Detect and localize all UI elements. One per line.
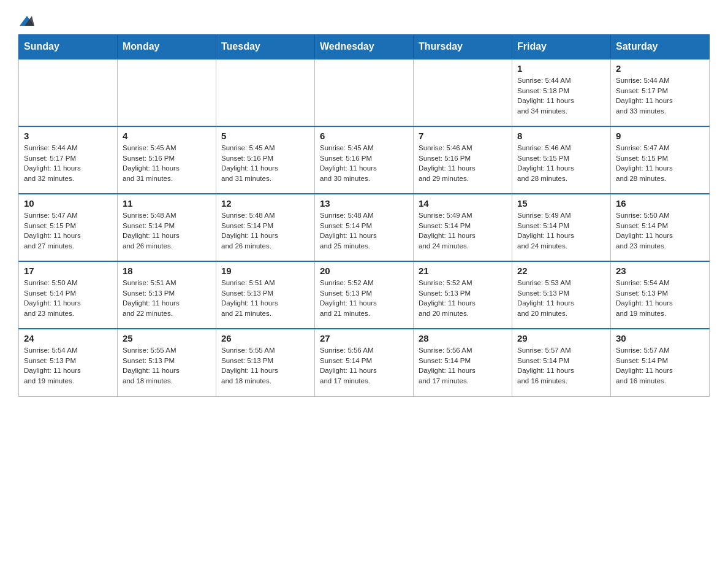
day-info: Sunrise: 5:47 AM Sunset: 5:15 PM Dayligh…	[24, 210, 112, 251]
day-number: 7	[419, 131, 507, 141]
day-number: 14	[419, 198, 507, 209]
calendar-day-cell: 23Sunrise: 5:54 AM Sunset: 5:13 PM Dayli…	[611, 261, 710, 329]
calendar-day-cell: 18Sunrise: 5:51 AM Sunset: 5:13 PM Dayli…	[118, 261, 216, 329]
day-number: 10	[24, 198, 112, 209]
day-number: 21	[419, 266, 507, 276]
day-of-week-header: Wednesday	[315, 35, 414, 59]
calendar-day-cell: 11Sunrise: 5:48 AM Sunset: 5:14 PM Dayli…	[118, 194, 216, 261]
day-info: Sunrise: 5:54 AM Sunset: 5:13 PM Dayligh…	[24, 345, 112, 386]
day-info: Sunrise: 5:44 AM Sunset: 5:17 PM Dayligh…	[24, 143, 112, 184]
day-number: 20	[320, 266, 408, 276]
calendar-day-cell: 1Sunrise: 5:44 AM Sunset: 5:18 PM Daylig…	[512, 59, 611, 126]
day-number: 16	[616, 198, 704, 209]
calendar-day-cell: 2Sunrise: 5:44 AM Sunset: 5:17 PM Daylig…	[611, 59, 710, 126]
calendar-day-cell: 17Sunrise: 5:50 AM Sunset: 5:14 PM Dayli…	[19, 261, 118, 329]
day-info: Sunrise: 5:48 AM Sunset: 5:14 PM Dayligh…	[123, 210, 211, 251]
calendar-day-cell	[19, 59, 118, 126]
calendar-day-cell	[414, 59, 512, 126]
day-info: Sunrise: 5:56 AM Sunset: 5:14 PM Dayligh…	[419, 345, 507, 386]
calendar-day-cell: 12Sunrise: 5:48 AM Sunset: 5:14 PM Dayli…	[216, 194, 315, 261]
calendar-day-cell	[216, 59, 315, 126]
day-info: Sunrise: 5:52 AM Sunset: 5:13 PM Dayligh…	[320, 278, 408, 319]
calendar-day-cell: 22Sunrise: 5:53 AM Sunset: 5:13 PM Dayli…	[512, 261, 611, 329]
day-number: 15	[517, 198, 605, 209]
calendar-day-cell: 26Sunrise: 5:55 AM Sunset: 5:13 PM Dayli…	[216, 329, 315, 396]
day-of-week-header: Tuesday	[216, 35, 315, 59]
calendar-day-cell: 8Sunrise: 5:46 AM Sunset: 5:15 PM Daylig…	[512, 126, 611, 194]
calendar-day-cell: 30Sunrise: 5:57 AM Sunset: 5:14 PM Dayli…	[611, 329, 710, 396]
day-info: Sunrise: 5:46 AM Sunset: 5:16 PM Dayligh…	[419, 143, 507, 184]
day-number: 26	[221, 333, 309, 343]
day-number: 2	[616, 63, 704, 74]
day-number: 22	[517, 266, 605, 276]
day-info: Sunrise: 5:44 AM Sunset: 5:18 PM Dayligh…	[517, 75, 605, 117]
calendar-week-row: 1Sunrise: 5:44 AM Sunset: 5:18 PM Daylig…	[19, 59, 710, 126]
day-info: Sunrise: 5:53 AM Sunset: 5:13 PM Dayligh…	[517, 278, 605, 319]
day-number: 30	[616, 333, 704, 343]
day-info: Sunrise: 5:50 AM Sunset: 5:14 PM Dayligh…	[616, 210, 704, 251]
day-info: Sunrise: 5:46 AM Sunset: 5:15 PM Dayligh…	[517, 143, 605, 184]
day-info: Sunrise: 5:48 AM Sunset: 5:14 PM Dayligh…	[320, 210, 408, 251]
day-info: Sunrise: 5:56 AM Sunset: 5:14 PM Dayligh…	[320, 345, 408, 386]
calendar-day-cell	[118, 59, 216, 126]
calendar-day-cell: 5Sunrise: 5:45 AM Sunset: 5:16 PM Daylig…	[216, 126, 315, 194]
day-number: 6	[320, 131, 408, 141]
day-info: Sunrise: 5:47 AM Sunset: 5:15 PM Dayligh…	[616, 143, 704, 184]
day-info: Sunrise: 5:49 AM Sunset: 5:14 PM Dayligh…	[419, 210, 507, 251]
day-number: 11	[123, 198, 211, 209]
calendar-day-cell: 4Sunrise: 5:45 AM Sunset: 5:16 PM Daylig…	[118, 126, 216, 194]
day-number: 9	[616, 131, 704, 141]
logo	[18, 12, 34, 28]
calendar-week-row: 10Sunrise: 5:47 AM Sunset: 5:15 PM Dayli…	[19, 194, 710, 261]
day-info: Sunrise: 5:45 AM Sunset: 5:16 PM Dayligh…	[123, 143, 211, 184]
calendar-day-cell: 27Sunrise: 5:56 AM Sunset: 5:14 PM Dayli…	[315, 329, 414, 396]
calendar-day-cell: 6Sunrise: 5:45 AM Sunset: 5:16 PM Daylig…	[315, 126, 414, 194]
calendar-day-cell	[315, 59, 414, 126]
day-number: 18	[123, 266, 211, 276]
page-header	[18, 12, 710, 28]
calendar-table: SundayMondayTuesdayWednesdayThursdayFrid…	[18, 34, 710, 397]
day-info: Sunrise: 5:44 AM Sunset: 5:17 PM Dayligh…	[616, 75, 704, 117]
day-info: Sunrise: 5:50 AM Sunset: 5:14 PM Dayligh…	[24, 278, 112, 319]
day-number: 8	[517, 131, 605, 141]
day-info: Sunrise: 5:45 AM Sunset: 5:16 PM Dayligh…	[320, 143, 408, 184]
day-number: 3	[24, 131, 112, 141]
day-info: Sunrise: 5:52 AM Sunset: 5:13 PM Dayligh…	[419, 278, 507, 319]
day-info: Sunrise: 5:57 AM Sunset: 5:14 PM Dayligh…	[616, 345, 704, 386]
calendar-week-row: 3Sunrise: 5:44 AM Sunset: 5:17 PM Daylig…	[19, 126, 710, 194]
day-number: 17	[24, 266, 112, 276]
calendar-day-cell: 7Sunrise: 5:46 AM Sunset: 5:16 PM Daylig…	[414, 126, 512, 194]
calendar-day-cell: 24Sunrise: 5:54 AM Sunset: 5:13 PM Dayli…	[19, 329, 118, 396]
day-number: 29	[517, 333, 605, 343]
calendar-week-row: 24Sunrise: 5:54 AM Sunset: 5:13 PM Dayli…	[19, 329, 710, 396]
day-info: Sunrise: 5:55 AM Sunset: 5:13 PM Dayligh…	[221, 345, 309, 386]
day-info: Sunrise: 5:48 AM Sunset: 5:14 PM Dayligh…	[221, 210, 309, 251]
calendar-day-cell: 9Sunrise: 5:47 AM Sunset: 5:15 PM Daylig…	[611, 126, 710, 194]
day-number: 5	[221, 131, 309, 141]
day-number: 24	[24, 333, 112, 343]
calendar-day-cell: 20Sunrise: 5:52 AM Sunset: 5:13 PM Dayli…	[315, 261, 414, 329]
calendar-day-cell: 14Sunrise: 5:49 AM Sunset: 5:14 PM Dayli…	[414, 194, 512, 261]
calendar-day-cell: 16Sunrise: 5:50 AM Sunset: 5:14 PM Dayli…	[611, 194, 710, 261]
calendar-day-cell: 21Sunrise: 5:52 AM Sunset: 5:13 PM Dayli…	[414, 261, 512, 329]
day-of-week-header: Friday	[512, 35, 611, 59]
calendar-day-cell: 10Sunrise: 5:47 AM Sunset: 5:15 PM Dayli…	[19, 194, 118, 261]
calendar-week-row: 17Sunrise: 5:50 AM Sunset: 5:14 PM Dayli…	[19, 261, 710, 329]
day-number: 27	[320, 333, 408, 343]
day-number: 19	[221, 266, 309, 276]
day-number: 28	[419, 333, 507, 343]
day-info: Sunrise: 5:45 AM Sunset: 5:16 PM Dayligh…	[221, 143, 309, 184]
calendar-day-cell: 15Sunrise: 5:49 AM Sunset: 5:14 PM Dayli…	[512, 194, 611, 261]
day-of-week-header: Thursday	[414, 35, 512, 59]
day-number: 1	[517, 63, 605, 74]
calendar-header-row: SundayMondayTuesdayWednesdayThursdayFrid…	[19, 35, 710, 59]
calendar-day-cell: 28Sunrise: 5:56 AM Sunset: 5:14 PM Dayli…	[414, 329, 512, 396]
calendar-day-cell: 25Sunrise: 5:55 AM Sunset: 5:13 PM Dayli…	[118, 329, 216, 396]
day-info: Sunrise: 5:55 AM Sunset: 5:13 PM Dayligh…	[123, 345, 211, 386]
day-info: Sunrise: 5:51 AM Sunset: 5:13 PM Dayligh…	[123, 278, 211, 319]
day-of-week-header: Sunday	[19, 35, 118, 59]
logo-triangle-icon	[20, 13, 34, 28]
day-info: Sunrise: 5:49 AM Sunset: 5:14 PM Dayligh…	[517, 210, 605, 251]
day-of-week-header: Monday	[118, 35, 216, 59]
day-number: 25	[123, 333, 211, 343]
